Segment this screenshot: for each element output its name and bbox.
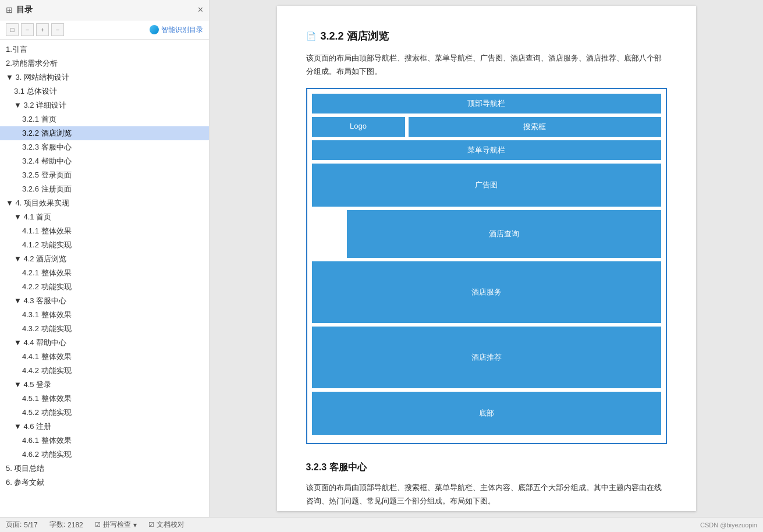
layout-ad: 广告图	[312, 164, 661, 207]
toc-item-4-6-1[interactable]: 4.6.1 整体效果	[0, 434, 209, 448]
toc-item-4-1-1[interactable]: 4.1.1 整体效果	[0, 224, 209, 238]
word-count-status: 字数: 2182	[49, 520, 83, 530]
toc-item-4-5[interactable]: ▼ 4.5 登录	[0, 378, 209, 392]
page-label: 页面:	[6, 520, 22, 530]
layout-bottom: 底部	[312, 392, 661, 435]
toc-item-4-3-1[interactable]: 4.3.1 整体效果	[0, 308, 209, 322]
section-322-text: 该页面的布局由顶部导航栏、搜索框、菜单导航栏、广告图、酒店查询、酒店服务、酒店推…	[306, 51, 667, 79]
toc-remove-button[interactable]: −	[51, 23, 64, 36]
toc-item-4-4-2[interactable]: 4.4.2 功能实现	[0, 364, 209, 378]
toc-item-4-5-2[interactable]: 4.5.2 功能实现	[0, 406, 209, 420]
spell-check-checkbox-icon: ☑	[95, 521, 101, 529]
layout-query-wrapper: 酒店查询	[312, 210, 661, 258]
toc-panel: ⊞ 目录 × □ − + − 智能识别目录 1.引言 2.功能需求分析 ▼ 3.…	[0, 0, 210, 517]
toc-item-3-2-1[interactable]: 3.2.1 首页	[0, 112, 209, 126]
brand-label: CSDN @biyezuopin	[700, 522, 757, 529]
toc-ai-label: 智能识别目录	[161, 25, 203, 35]
doc-check-status[interactable]: ☑ 文档校对	[148, 520, 184, 530]
status-bar: 页面: 5/17 字数: 2182 ☑ 拼写检查 ▾ ☑ 文档校对 CSDN @…	[0, 517, 763, 532]
toc-collapse-all-button[interactable]: □	[6, 23, 19, 36]
toc-grid-icon: ⊞	[6, 5, 13, 15]
toc-item-4-3[interactable]: ▼ 4.3 客服中心	[0, 294, 209, 308]
doc-panel: 📄 3.2.2 酒店浏览 该页面的布局由顶部导航栏、搜索框、菜单导航栏、广告图、…	[210, 0, 763, 517]
toc-item-4-6-2[interactable]: 4.6.2 功能实现	[0, 448, 209, 462]
toc-item-2[interactable]: 2.功能需求分析	[0, 56, 209, 70]
toc-item-3-2-2[interactable]: 3.2.2 酒店浏览	[0, 126, 209, 140]
toc-indent-decrease-button[interactable]: −	[21, 23, 34, 36]
toc-item-3-2-4[interactable]: 3.2.4 帮助中心	[0, 154, 209, 168]
toc-item-4-6[interactable]: ▼ 4.6 注册	[0, 420, 209, 434]
layout-logo: Logo	[312, 117, 405, 137]
toc-close-button[interactable]: ×	[198, 5, 203, 15]
layout-top-nav: 顶部导航栏	[312, 94, 661, 114]
toc-item-4-4[interactable]: ▼ 4.4 帮助中心	[0, 336, 209, 350]
doc-page: 📄 3.2.2 酒店浏览 该页面的布局由顶部导航栏、搜索框、菜单导航栏、广告图、…	[277, 6, 696, 511]
layout-search: 搜索框	[409, 117, 661, 137]
section-322-title: 📄 3.2.2 酒店浏览	[306, 29, 667, 43]
doc-check-label: 文档校对	[157, 520, 184, 530]
word-count-label: 字数:	[49, 520, 65, 530]
spell-check-dropdown-icon: ▾	[133, 521, 137, 529]
page-status: 页面: 5/17	[6, 520, 38, 530]
toc-item-4[interactable]: ▼ 4. 项目效果实现	[0, 196, 209, 210]
spell-check-status[interactable]: ☑ 拼写检查 ▾	[95, 520, 137, 530]
toc-item-3[interactable]: ▼ 3. 网站结构设计	[0, 70, 209, 84]
page-value: 5/17	[24, 521, 37, 529]
toc-item-4-1-2[interactable]: 4.1.2 功能实现	[0, 238, 209, 252]
toc-item-4-2-2[interactable]: 4.2.2 功能实现	[0, 280, 209, 294]
toc-toolbar: □ − + − 智能识别目录	[0, 20, 209, 40]
toc-item-6[interactable]: 6. 参考文献	[0, 476, 209, 490]
toc-item-3-1[interactable]: 3.1 总体设计	[0, 84, 209, 98]
section-323-title: 3.2.3 客服中心	[306, 462, 667, 474]
toc-title: 目录	[16, 5, 33, 15]
toc-item-4-2-1[interactable]: 4.2.1 整体效果	[0, 266, 209, 280]
section-323-text: 该页面的布局由顶部导航栏、搜索框、菜单导航栏、主体内容、底部五个大部分组成。其中…	[306, 481, 667, 508]
toc-tree: 1.引言 2.功能需求分析 ▼ 3. 网站结构设计 3.1 总体设计 ▼ 3.2…	[0, 40, 209, 517]
app-container: ⊞ 目录 × □ − + − 智能识别目录 1.引言 2.功能需求分析 ▼ 3.…	[0, 0, 763, 517]
toc-item-4-2[interactable]: ▼ 4.2 酒店浏览	[0, 252, 209, 266]
word-count-value: 2182	[68, 521, 83, 529]
spell-check-label: 拼写检查	[103, 520, 131, 530]
toc-ai-icon	[150, 25, 159, 34]
toc-header: ⊞ 目录 ×	[0, 0, 209, 20]
toc-ai-recognize-button[interactable]: 智能识别目录	[150, 25, 203, 35]
toc-item-4-5-1[interactable]: 4.5.1 整体效果	[0, 392, 209, 406]
layout-logo-search-row: Logo 搜索框	[312, 117, 661, 137]
toc-item-3-2-6[interactable]: 3.2.6 注册页面	[0, 182, 209, 196]
toc-item-3-2-5[interactable]: 3.2.5 登录页面	[0, 168, 209, 182]
toc-indent-increase-button[interactable]: +	[36, 23, 49, 36]
section-icon: 📄	[306, 31, 316, 41]
toc-item-4-4-1[interactable]: 4.4.1 整体效果	[0, 350, 209, 364]
toc-item-5[interactable]: 5. 项目总结	[0, 462, 209, 476]
layout-menu-nav: 菜单导航栏	[312, 140, 661, 160]
toc-item-4-1[interactable]: ▼ 4.1 首页	[0, 210, 209, 224]
layout-hotel-query: 酒店查询	[347, 210, 661, 258]
toc-item-4-3-2[interactable]: 4.3.2 功能实现	[0, 322, 209, 336]
toc-item-3-2[interactable]: ▼ 3.2 详细设计	[0, 98, 209, 112]
doc-check-checkbox-icon: ☑	[148, 521, 154, 529]
layout-diagram-322: 顶部导航栏 Logo 搜索框 菜单导航栏 广告图 酒店查询 酒店服务 酒店	[306, 88, 667, 444]
layout-hotel-recommend: 酒店推荐	[312, 327, 661, 388]
toc-item-1[interactable]: 1.引言	[0, 42, 209, 56]
toc-item-3-2-3[interactable]: 3.2.3 客服中心	[0, 140, 209, 154]
layout-hotel-service: 酒店服务	[312, 261, 661, 323]
